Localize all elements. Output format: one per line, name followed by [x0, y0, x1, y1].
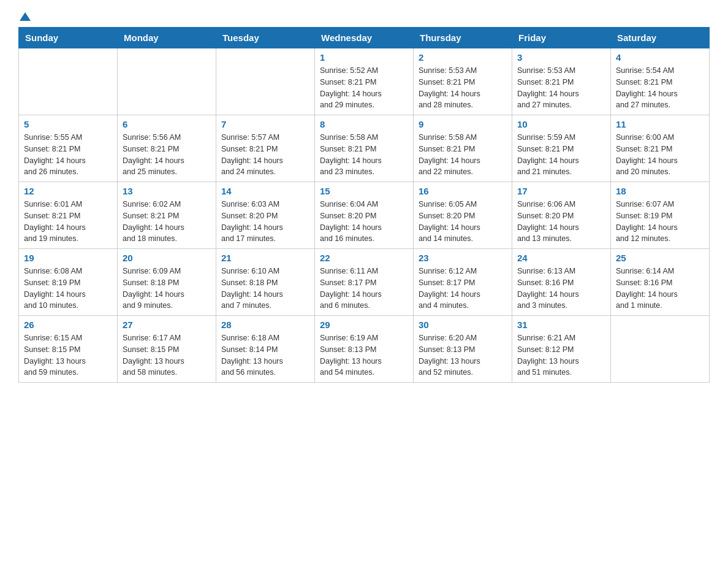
calendar-cell: 1Sunrise: 5:52 AM Sunset: 8:21 PM Daylig… [315, 48, 414, 115]
calendar-cell: 3Sunrise: 5:53 AM Sunset: 8:21 PM Daylig… [512, 48, 611, 115]
header [18, 12, 710, 21]
calendar-cell: 7Sunrise: 5:57 AM Sunset: 8:21 PM Daylig… [216, 115, 315, 182]
calendar-cell: 29Sunrise: 6:19 AM Sunset: 8:13 PM Dayli… [315, 316, 414, 383]
calendar-cell: 19Sunrise: 6:08 AM Sunset: 8:19 PM Dayli… [19, 249, 118, 316]
day-number: 20 [123, 253, 211, 263]
day-info: Sunrise: 6:10 AM Sunset: 8:18 PM Dayligh… [221, 266, 309, 312]
day-number: 15 [320, 186, 408, 196]
calendar-cell: 14Sunrise: 6:03 AM Sunset: 8:20 PM Dayli… [216, 182, 315, 249]
calendar-cell [611, 316, 710, 383]
day-number: 22 [320, 253, 408, 263]
calendar-header-friday: Friday [512, 28, 611, 48]
day-info: Sunrise: 5:58 AM Sunset: 8:21 PM Dayligh… [419, 132, 507, 178]
calendar-header-monday: Monday [118, 28, 216, 48]
calendar-cell: 17Sunrise: 6:06 AM Sunset: 8:20 PM Dayli… [512, 182, 611, 249]
day-number: 27 [123, 320, 211, 330]
day-number: 11 [616, 119, 704, 129]
calendar-cell: 30Sunrise: 6:20 AM Sunset: 8:13 PM Dayli… [414, 316, 512, 383]
day-number: 19 [24, 253, 112, 263]
calendar-cell: 10Sunrise: 5:59 AM Sunset: 8:21 PM Dayli… [512, 115, 611, 182]
calendar-header-row: SundayMondayTuesdayWednesdayThursdayFrid… [19, 28, 710, 48]
day-info: Sunrise: 6:14 AM Sunset: 8:16 PM Dayligh… [616, 266, 704, 312]
calendar-week-row: 26Sunrise: 6:15 AM Sunset: 8:15 PM Dayli… [19, 316, 710, 383]
day-number: 31 [517, 320, 605, 330]
day-number: 30 [419, 320, 507, 330]
day-info: Sunrise: 6:19 AM Sunset: 8:13 PM Dayligh… [320, 332, 408, 378]
calendar-week-row: 1Sunrise: 5:52 AM Sunset: 8:21 PM Daylig… [19, 48, 710, 115]
calendar-cell [19, 48, 118, 115]
day-number: 21 [221, 253, 309, 263]
day-info: Sunrise: 6:06 AM Sunset: 8:20 PM Dayligh… [517, 199, 605, 245]
calendar-cell: 20Sunrise: 6:09 AM Sunset: 8:18 PM Dayli… [118, 249, 216, 316]
day-info: Sunrise: 6:18 AM Sunset: 8:14 PM Dayligh… [221, 332, 309, 378]
day-number: 7 [221, 119, 309, 129]
day-number: 23 [419, 253, 507, 263]
day-info: Sunrise: 5:52 AM Sunset: 8:21 PM Dayligh… [320, 65, 408, 111]
day-info: Sunrise: 5:53 AM Sunset: 8:21 PM Dayligh… [419, 65, 507, 111]
day-number: 6 [123, 119, 211, 129]
day-info: Sunrise: 6:12 AM Sunset: 8:17 PM Dayligh… [419, 266, 507, 312]
day-info: Sunrise: 6:08 AM Sunset: 8:19 PM Dayligh… [24, 266, 112, 312]
day-info: Sunrise: 6:07 AM Sunset: 8:19 PM Dayligh… [616, 199, 704, 245]
day-number: 25 [616, 253, 704, 263]
day-info: Sunrise: 5:56 AM Sunset: 8:21 PM Dayligh… [123, 132, 211, 178]
day-number: 26 [24, 320, 112, 330]
day-number: 29 [320, 320, 408, 330]
day-info: Sunrise: 6:11 AM Sunset: 8:17 PM Dayligh… [320, 266, 408, 312]
day-number: 1 [320, 52, 408, 63]
day-info: Sunrise: 6:20 AM Sunset: 8:13 PM Dayligh… [419, 332, 507, 378]
day-info: Sunrise: 6:17 AM Sunset: 8:15 PM Dayligh… [123, 332, 211, 378]
day-info: Sunrise: 6:21 AM Sunset: 8:12 PM Dayligh… [517, 332, 605, 378]
day-info: Sunrise: 5:59 AM Sunset: 8:21 PM Dayligh… [517, 132, 605, 178]
logo [18, 12, 31, 21]
calendar-cell: 28Sunrise: 6:18 AM Sunset: 8:14 PM Dayli… [216, 316, 315, 383]
day-number: 16 [419, 186, 507, 196]
calendar-header-wednesday: Wednesday [315, 28, 414, 48]
day-info: Sunrise: 5:54 AM Sunset: 8:21 PM Dayligh… [616, 65, 704, 111]
calendar-week-row: 5Sunrise: 5:55 AM Sunset: 8:21 PM Daylig… [19, 115, 710, 182]
day-number: 3 [517, 52, 605, 63]
calendar-cell: 24Sunrise: 6:13 AM Sunset: 8:16 PM Dayli… [512, 249, 611, 316]
day-number: 14 [221, 186, 309, 196]
calendar-header-sunday: Sunday [19, 28, 118, 48]
logo-triangle-icon [20, 12, 31, 21]
calendar-cell: 22Sunrise: 6:11 AM Sunset: 8:17 PM Dayli… [315, 249, 414, 316]
calendar-header-thursday: Thursday [414, 28, 512, 48]
day-number: 13 [123, 186, 211, 196]
day-info: Sunrise: 6:04 AM Sunset: 8:20 PM Dayligh… [320, 199, 408, 245]
day-number: 12 [24, 186, 112, 196]
calendar-table: SundayMondayTuesdayWednesdayThursdayFrid… [18, 27, 710, 383]
calendar-cell: 31Sunrise: 6:21 AM Sunset: 8:12 PM Dayli… [512, 316, 611, 383]
calendar-cell: 6Sunrise: 5:56 AM Sunset: 8:21 PM Daylig… [118, 115, 216, 182]
calendar-cell: 26Sunrise: 6:15 AM Sunset: 8:15 PM Dayli… [19, 316, 118, 383]
calendar-cell: 27Sunrise: 6:17 AM Sunset: 8:15 PM Dayli… [118, 316, 216, 383]
calendar-cell: 11Sunrise: 6:00 AM Sunset: 8:21 PM Dayli… [611, 115, 710, 182]
day-number: 2 [419, 52, 507, 63]
calendar-cell: 15Sunrise: 6:04 AM Sunset: 8:20 PM Dayli… [315, 182, 414, 249]
day-info: Sunrise: 6:02 AM Sunset: 8:21 PM Dayligh… [123, 199, 211, 245]
day-number: 8 [320, 119, 408, 129]
calendar-cell: 12Sunrise: 6:01 AM Sunset: 8:21 PM Dayli… [19, 182, 118, 249]
calendar-cell: 18Sunrise: 6:07 AM Sunset: 8:19 PM Dayli… [611, 182, 710, 249]
calendar-cell: 8Sunrise: 5:58 AM Sunset: 8:21 PM Daylig… [315, 115, 414, 182]
calendar-cell [118, 48, 216, 115]
day-info: Sunrise: 5:55 AM Sunset: 8:21 PM Dayligh… [24, 132, 112, 178]
day-info: Sunrise: 5:53 AM Sunset: 8:21 PM Dayligh… [517, 65, 605, 111]
day-info: Sunrise: 5:58 AM Sunset: 8:21 PM Dayligh… [320, 132, 408, 178]
day-number: 28 [221, 320, 309, 330]
calendar-header-saturday: Saturday [611, 28, 710, 48]
calendar-cell: 2Sunrise: 5:53 AM Sunset: 8:21 PM Daylig… [414, 48, 512, 115]
day-number: 9 [419, 119, 507, 129]
day-info: Sunrise: 6:05 AM Sunset: 8:20 PM Dayligh… [419, 199, 507, 245]
calendar-cell: 16Sunrise: 6:05 AM Sunset: 8:20 PM Dayli… [414, 182, 512, 249]
calendar-cell: 4Sunrise: 5:54 AM Sunset: 8:21 PM Daylig… [611, 48, 710, 115]
calendar-cell: 21Sunrise: 6:10 AM Sunset: 8:18 PM Dayli… [216, 249, 315, 316]
calendar-cell: 5Sunrise: 5:55 AM Sunset: 8:21 PM Daylig… [19, 115, 118, 182]
calendar-week-row: 19Sunrise: 6:08 AM Sunset: 8:19 PM Dayli… [19, 249, 710, 316]
calendar-header-tuesday: Tuesday [216, 28, 315, 48]
day-info: Sunrise: 6:09 AM Sunset: 8:18 PM Dayligh… [123, 266, 211, 312]
calendar-cell: 23Sunrise: 6:12 AM Sunset: 8:17 PM Dayli… [414, 249, 512, 316]
day-info: Sunrise: 5:57 AM Sunset: 8:21 PM Dayligh… [221, 132, 309, 178]
day-number: 18 [616, 186, 704, 196]
calendar-cell: 9Sunrise: 5:58 AM Sunset: 8:21 PM Daylig… [414, 115, 512, 182]
